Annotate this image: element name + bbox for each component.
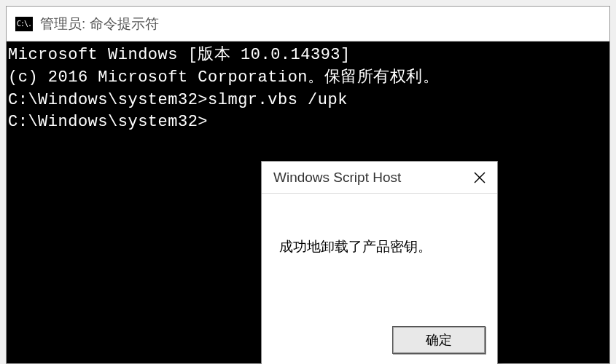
dialog-message: 成功地卸载了产品密钥。 <box>262 194 497 271</box>
dialog-titlebar[interactable]: Windows Script Host <box>262 162 497 194</box>
close-icon <box>474 172 486 183</box>
wsh-dialog: Windows Script Host 成功地卸载了产品密钥。 确定 <box>261 161 498 364</box>
dialog-title: Windows Script Host <box>273 170 401 186</box>
cmd-icon: C:\. <box>15 17 33 31</box>
window-title: 管理员: 命令提示符 <box>40 15 159 33</box>
terminal-line: Microsoft Windows [版本 10.0.14393] <box>8 44 608 67</box>
terminal-line: C:\Windows\system32>slmgr.vbs /upk <box>8 90 608 112</box>
close-button[interactable] <box>462 162 497 194</box>
terminal-prompt: C:\Windows\system32> <box>8 111 608 134</box>
terminal-line: (c) 2016 Microsoft Corporation。保留所有权利。 <box>8 67 608 90</box>
titlebar[interactable]: C:\. 管理员: 命令提示符 <box>7 7 609 41</box>
ok-button[interactable]: 确定 <box>392 326 486 354</box>
dialog-footer: 确定 <box>381 316 497 364</box>
